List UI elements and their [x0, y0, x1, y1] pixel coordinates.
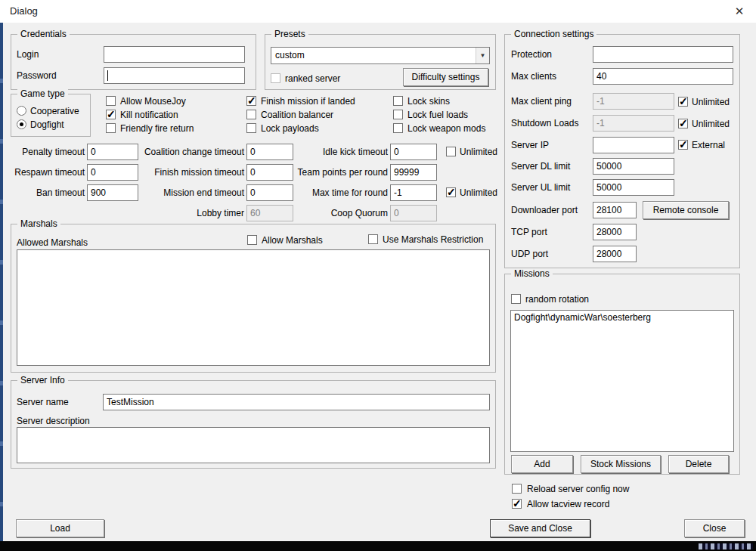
missions-listbox[interactable]: Dogfight\dynamicWar\soesterberg	[510, 310, 734, 452]
udp-port-label: UDP port	[511, 246, 548, 262]
cooperative-radio[interactable]	[17, 106, 26, 116]
credentials-legend: Credentials	[17, 29, 70, 39]
idle-kick-timeout-input[interactable]	[390, 144, 437, 160]
mission-list-item[interactable]: Dogfight\dynamicWar\soesterberg	[511, 311, 733, 324]
tacview-record-checkbox[interactable]	[512, 499, 522, 509]
max-time-unlimited-checkbox[interactable]	[446, 187, 456, 197]
use-marshals-restriction-checkbox[interactable]	[368, 234, 378, 244]
lock-weapons-label: Lock weapon mods	[407, 123, 485, 134]
tcp-port-input[interactable]	[593, 224, 637, 240]
lock-payloads-label: Lock payloads	[261, 123, 319, 134]
background-window-edge	[0, 23, 3, 541]
lock-skins-label: Lock skins	[407, 96, 450, 107]
add-mission-button[interactable]: Add	[511, 455, 573, 473]
ban-timeout-input[interactable]	[87, 184, 138, 201]
background-console-text-fragment	[699, 543, 753, 549]
preset-select[interactable]: custom ▼	[271, 47, 490, 64]
protection-input[interactable]	[593, 46, 733, 63]
missions-legend: Missions	[511, 268, 553, 279]
allowed-marshals-textarea[interactable]	[17, 249, 490, 366]
presets-legend: Presets	[271, 29, 308, 39]
marshals-legend: Marshals	[17, 218, 60, 229]
idle-kick-timeout-label: Idle kick timeout	[287, 144, 388, 160]
external-checkbox[interactable]	[678, 140, 688, 150]
allow-marshals-checkbox[interactable]	[247, 235, 257, 245]
downloader-port-label: Downloader port	[511, 202, 578, 218]
idle-kick-unlimited-checkbox[interactable]	[446, 147, 456, 156]
max-client-ping-label: Max client ping	[511, 93, 572, 110]
max-clients-input[interactable]	[593, 68, 733, 85]
random-rotation-checkbox[interactable]	[511, 294, 521, 304]
coalition-balancer-checkbox[interactable]	[246, 110, 256, 119]
finish-landed-label: Finish mission if landed	[261, 96, 355, 107]
cooperative-label: Cooperative	[30, 106, 79, 116]
allow-mousejoy-checkbox[interactable]	[106, 96, 116, 106]
server-name-input[interactable]	[103, 394, 490, 410]
close-icon[interactable]: ✕	[732, 4, 747, 19]
protection-label: Protection	[511, 46, 552, 63]
close-button[interactable]: Close	[684, 519, 745, 537]
reload-config-checkbox[interactable]	[512, 484, 522, 494]
stock-missions-button[interactable]: Stock Missions	[581, 455, 661, 473]
lock-fuel-label: Lock fuel loads	[407, 110, 468, 120]
window-title: Dialog	[10, 5, 38, 17]
password-label: Password	[17, 67, 57, 84]
random-rotation-label: random rotation	[525, 294, 589, 305]
finish-landed-checkbox[interactable]	[246, 96, 256, 106]
background-console-strip	[0, 541, 756, 551]
allow-mousejoy-label: Allow MouseJoy	[120, 96, 186, 107]
finish-mission-timeout-input[interactable]	[246, 164, 293, 181]
downloader-port-input[interactable]	[593, 202, 637, 218]
lobby-timer-label: Lobby timer	[136, 205, 244, 221]
password-input[interactable]	[104, 67, 245, 84]
chevron-down-icon[interactable]: ▼	[476, 48, 489, 63]
delete-mission-button[interactable]: Delete	[668, 455, 729, 473]
ping-unlimited-checkbox[interactable]	[678, 97, 688, 107]
coop-quorum-label: Coop Quorum	[287, 205, 388, 221]
server-info-legend: Server Info	[17, 375, 68, 385]
dogfight-radio[interactable]	[17, 119, 26, 129]
max-time-round-label: Max time for round	[287, 184, 388, 201]
max-time-round-input[interactable]	[390, 184, 437, 201]
kill-notification-checkbox[interactable]	[106, 110, 116, 119]
difficulty-settings-button[interactable]: Difficulty settings	[403, 68, 488, 86]
mission-end-timeout-input[interactable]	[246, 184, 293, 201]
server-ip-input[interactable]	[593, 137, 674, 153]
coalition-balancer-label: Coalition balancer	[261, 110, 333, 120]
friendly-fire-checkbox[interactable]	[106, 123, 116, 133]
finish-mission-timeout-label: Finish mission timeout	[136, 164, 244, 181]
dogfight-label: Dogfight	[30, 119, 64, 130]
mission-end-timeout-label: Mission end timeout	[136, 184, 244, 201]
tcp-port-label: TCP port	[511, 224, 547, 240]
ban-timeout-label: Ban timeout	[0, 184, 85, 201]
login-input[interactable]	[104, 46, 245, 63]
save-and-close-button[interactable]: Save and Close	[490, 519, 590, 537]
shutdown-loads-label: Shutdown Loads	[511, 115, 578, 132]
ranked-server-label: ranked server	[285, 73, 340, 84]
lobby-timer-input	[246, 205, 293, 221]
lock-fuel-checkbox[interactable]	[393, 110, 403, 119]
coop-quorum-input	[390, 205, 437, 221]
server-dl-limit-input[interactable]	[593, 158, 674, 175]
load-button[interactable]: Load	[16, 519, 104, 537]
server-dl-limit-label: Server DL limit	[511, 158, 570, 175]
server-description-textarea[interactable]	[17, 427, 490, 463]
team-points-label: Team points per round	[287, 164, 388, 181]
max-client-ping-input	[593, 93, 674, 110]
shutdown-unlimited-checkbox[interactable]	[678, 119, 688, 128]
title-bar: Dialog ✕	[0, 0, 756, 23]
team-points-input[interactable]	[390, 164, 437, 181]
respawn-timeout-input[interactable]	[87, 164, 138, 181]
coalition-change-timeout-input[interactable]	[246, 144, 293, 160]
lock-weapons-checkbox[interactable]	[393, 123, 403, 133]
remote-console-button[interactable]: Remote console	[643, 201, 729, 219]
udp-port-input[interactable]	[593, 246, 637, 262]
penalty-timeout-input[interactable]	[87, 144, 138, 160]
shutdown-loads-input	[593, 115, 674, 132]
lock-payloads-checkbox[interactable]	[246, 123, 256, 133]
server-ul-limit-input[interactable]	[593, 179, 674, 196]
connection-settings-legend: Connection settings	[511, 29, 596, 39]
allow-marshals-label: Allow Marshals	[262, 235, 323, 246]
lock-skins-checkbox[interactable]	[393, 96, 403, 106]
friendly-fire-label: Friendly fire return	[120, 123, 194, 134]
